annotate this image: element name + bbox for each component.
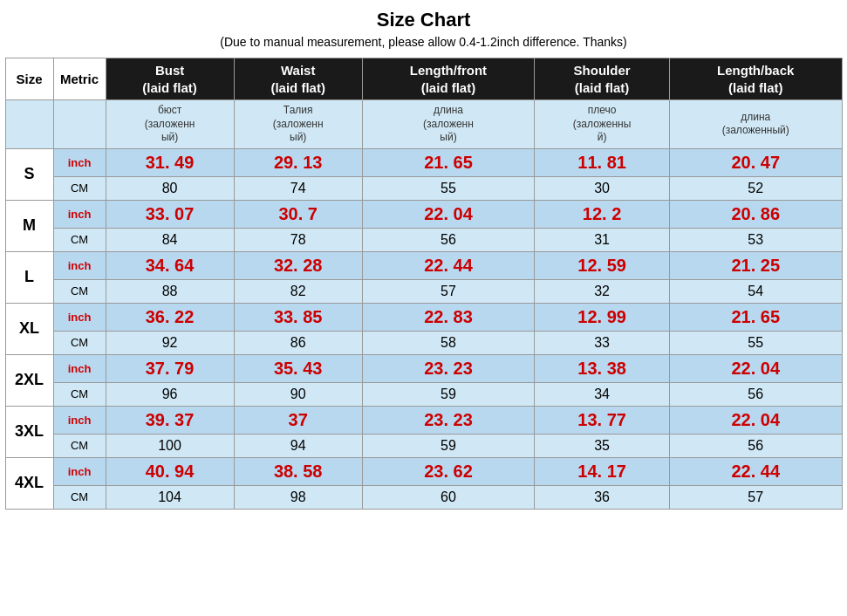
- size-label: M: [5, 200, 53, 251]
- inch-value-length_back: 22. 04: [669, 354, 842, 382]
- cm-value-shoulder: 35: [535, 434, 670, 457]
- cm-label: CM: [53, 176, 106, 200]
- inch-value-shoulder: 12. 99: [535, 303, 670, 331]
- table-row: Minch33. 0730. 722. 0412. 220. 86: [5, 200, 842, 228]
- cm-value-waist: 82: [234, 279, 362, 303]
- inch-value-shoulder: 12. 59: [535, 251, 670, 279]
- size-label: 2XL: [5, 354, 53, 406]
- cm-value-bust: 100: [106, 434, 234, 457]
- size-header: Size: [5, 58, 53, 100]
- inch-value-waist: 29. 13: [234, 148, 362, 176]
- inch-value-bust: 37. 79: [106, 354, 234, 382]
- cm-value-waist: 98: [234, 485, 362, 509]
- waist-header: Waist (laid flat): [234, 58, 362, 100]
- inch-label: inch: [53, 406, 106, 434]
- cm-label: CM: [53, 228, 106, 251]
- table-row: Linch34. 6432. 2822. 4412. 5921. 25: [5, 251, 842, 279]
- cm-value-length_front: 60: [362, 485, 534, 509]
- cm-value-bust: 104: [106, 485, 234, 509]
- subheader-shoulder: плечо (заложенны й): [535, 100, 670, 149]
- inch-label: inch: [53, 251, 106, 279]
- inch-value-length_back: 22. 04: [669, 406, 842, 434]
- inch-value-shoulder: 13. 77: [535, 406, 670, 434]
- bust-header: Bust (laid flat): [106, 58, 234, 100]
- cm-value-shoulder: 34: [535, 382, 670, 406]
- cm-value-bust: 96: [106, 382, 234, 406]
- inch-value-length_back: 20. 86: [669, 200, 842, 228]
- table-row-cm: CM10094593556: [5, 434, 842, 457]
- inch-value-shoulder: 12. 2: [535, 200, 670, 228]
- inch-value-waist: 32. 28: [234, 251, 362, 279]
- inch-value-waist: 38. 58: [234, 457, 362, 485]
- inch-value-bust: 34. 64: [106, 251, 234, 279]
- subheader-size: [5, 100, 53, 149]
- cm-value-length_front: 59: [362, 434, 534, 457]
- metric-header: Metric: [53, 58, 106, 100]
- inch-value-length_front: 23. 23: [362, 354, 534, 382]
- cm-value-length_front: 56: [362, 228, 534, 251]
- shoulder-header: Shoulder (laid flat): [535, 58, 670, 100]
- cm-value-length_back: 55: [669, 331, 842, 354]
- length-back-header: Length/back (laid flat): [669, 58, 842, 100]
- inch-value-bust: 40. 94: [106, 457, 234, 485]
- page-title: Size Chart: [377, 9, 471, 31]
- cm-value-shoulder: 31: [535, 228, 670, 251]
- inch-value-length_back: 22. 44: [669, 457, 842, 485]
- inch-value-length_front: 22. 83: [362, 303, 534, 331]
- cm-label: CM: [53, 331, 106, 354]
- cm-value-length_back: 57: [669, 485, 842, 509]
- cm-value-shoulder: 30: [535, 176, 670, 200]
- inch-label: inch: [53, 303, 106, 331]
- cm-value-bust: 92: [106, 331, 234, 354]
- cm-value-waist: 94: [234, 434, 362, 457]
- cm-value-shoulder: 36: [535, 485, 670, 509]
- inch-value-length_back: 20. 47: [669, 148, 842, 176]
- inch-label: inch: [53, 200, 106, 228]
- cm-value-waist: 90: [234, 382, 362, 406]
- inch-value-bust: 39. 37: [106, 406, 234, 434]
- inch-value-waist: 37: [234, 406, 362, 434]
- size-chart-table: Size Metric Bust (laid flat) Waist (laid…: [5, 58, 843, 510]
- size-label: 3XL: [5, 406, 53, 457]
- inch-value-length_front: 22. 04: [362, 200, 534, 228]
- size-label: S: [5, 148, 53, 200]
- table-row-cm: CM9690593456: [5, 382, 842, 406]
- cm-value-length_front: 58: [362, 331, 534, 354]
- inch-value-bust: 36. 22: [106, 303, 234, 331]
- inch-value-shoulder: 11. 81: [535, 148, 670, 176]
- inch-label: inch: [53, 457, 106, 485]
- cm-value-length_back: 56: [669, 434, 842, 457]
- cm-value-length_back: 56: [669, 382, 842, 406]
- page-subtitle: (Due to manual measurement, please allow…: [220, 35, 626, 49]
- inch-value-length_front: 22. 44: [362, 251, 534, 279]
- inch-label: inch: [53, 148, 106, 176]
- cm-value-shoulder: 33: [535, 331, 670, 354]
- table-row-cm: CM10498603657: [5, 485, 842, 509]
- inch-value-length_back: 21. 25: [669, 251, 842, 279]
- cm-value-length_back: 52: [669, 176, 842, 200]
- table-row-cm: CM8882573254: [5, 279, 842, 303]
- table-row: XLinch36. 2233. 8522. 8312. 9921. 65: [5, 303, 842, 331]
- inch-value-waist: 35. 43: [234, 354, 362, 382]
- table-row-cm: CM9286583355: [5, 331, 842, 354]
- cm-value-waist: 86: [234, 331, 362, 354]
- cm-value-length_front: 59: [362, 382, 534, 406]
- inch-label: inch: [53, 354, 106, 382]
- cm-value-waist: 78: [234, 228, 362, 251]
- inch-value-length_front: 23. 23: [362, 406, 534, 434]
- table-row: 2XLinch37. 7935. 4323. 2313. 3822. 04: [5, 354, 842, 382]
- cm-value-shoulder: 32: [535, 279, 670, 303]
- cm-value-bust: 88: [106, 279, 234, 303]
- subheader-waist: Талия (заложенн ый): [234, 100, 362, 149]
- table-row: Sinch31. 4929. 1321. 6511. 8120. 47: [5, 148, 842, 176]
- inch-value-waist: 30. 7: [234, 200, 362, 228]
- cm-label: CM: [53, 485, 106, 509]
- cm-label: CM: [53, 279, 106, 303]
- cm-value-waist: 74: [234, 176, 362, 200]
- table-row: 4XLinch40. 9438. 5823. 6214. 1722. 44: [5, 457, 842, 485]
- inch-value-waist: 33. 85: [234, 303, 362, 331]
- subheader-bust: бюст (заложенн ый): [106, 100, 234, 149]
- size-label: L: [5, 251, 53, 303]
- inch-value-bust: 33. 07: [106, 200, 234, 228]
- table-row-cm: CM8478563153: [5, 228, 842, 251]
